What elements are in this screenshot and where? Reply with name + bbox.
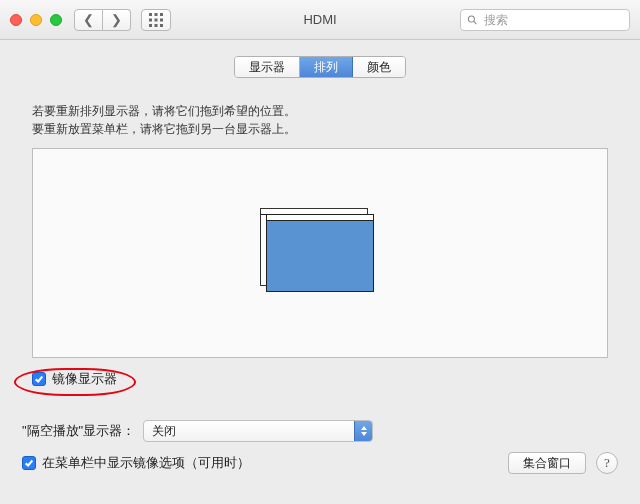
back-button[interactable]: ❮ [74,9,103,31]
svg-point-9 [468,15,474,21]
gather-windows-button[interactable]: 集合窗口 [508,452,586,474]
menubar-option-label: 在菜单栏中显示镜像选项（可用时） [42,454,250,472]
show-mirror-menubar-checkbox[interactable] [22,456,36,470]
svg-rect-8 [160,24,163,27]
menubar-handle[interactable] [267,215,373,221]
mirror-label: 镜像显示器 [52,370,117,388]
instruction-line-2: 要重新放置菜单栏，请将它拖到另一台显示器上。 [32,120,608,138]
forward-button[interactable]: ❯ [103,9,131,31]
display-primary[interactable] [266,214,374,292]
minimize-window[interactable] [30,14,42,26]
check-icon [24,458,34,468]
airplay-selected: 关闭 [152,423,176,440]
check-icon [34,374,44,384]
close-window[interactable] [10,14,22,26]
grid-icon [149,13,163,27]
svg-rect-6 [149,24,152,27]
search-input[interactable] [482,12,623,28]
search-field[interactable] [460,9,630,31]
instruction-line-1: 若要重新排列显示器，请将它们拖到希望的位置。 [32,102,608,120]
tab-arrange[interactable]: 排列 [300,57,353,77]
tab-display[interactable]: 显示器 [235,57,300,77]
svg-rect-1 [155,13,158,16]
tabs-segmented: 显示器 排列 颜色 [234,56,406,78]
airplay-label: "隔空播放"显示器： [22,422,135,440]
svg-rect-0 [149,13,152,16]
svg-rect-5 [160,18,163,21]
svg-rect-7 [155,24,158,27]
stepper-icon [354,421,372,441]
arrangement-canvas[interactable] [32,148,608,358]
mirror-checkbox[interactable] [32,372,46,386]
svg-rect-4 [155,18,158,21]
zoom-window[interactable] [50,14,62,26]
svg-line-10 [474,21,477,24]
airplay-select[interactable]: 关闭 [143,420,373,442]
svg-rect-2 [160,13,163,16]
show-all-prefs-button[interactable] [141,9,171,31]
help-button[interactable]: ? [596,452,618,474]
tab-color[interactable]: 颜色 [353,57,405,77]
search-icon [467,14,478,26]
svg-rect-3 [149,18,152,21]
